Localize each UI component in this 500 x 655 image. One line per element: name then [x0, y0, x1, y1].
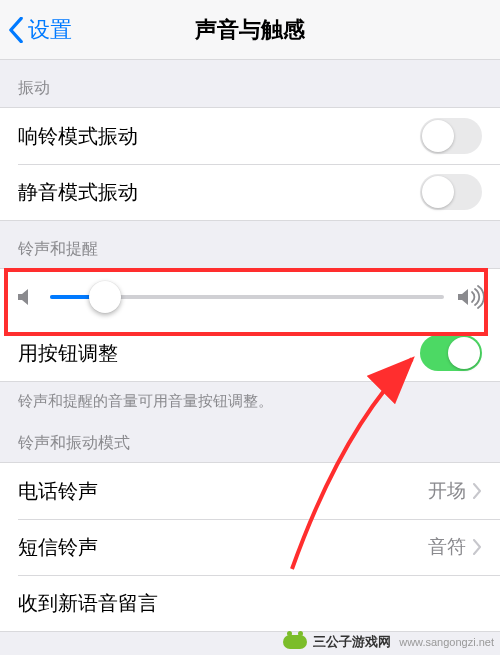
section-header-vibration: 振动	[0, 60, 500, 107]
group-ringer: 用按钮调整	[0, 268, 500, 382]
section-header-ringer: 铃声和提醒	[0, 221, 500, 268]
voicemail-label: 收到新语音留言	[18, 590, 158, 617]
back-button[interactable]: 设置	[8, 15, 72, 45]
silent-vibrate-label: 静音模式振动	[18, 179, 138, 206]
chevron-right-icon	[472, 483, 482, 499]
button-adjust-switch[interactable]	[420, 335, 482, 371]
group-patterns: 电话铃声 开场 短信铃声 音符 收到新语音留言	[0, 462, 500, 632]
silent-vibrate-switch[interactable]	[420, 174, 482, 210]
ring-vibrate-label: 响铃模式振动	[18, 123, 138, 150]
row-button-adjust[interactable]: 用按钮调整	[0, 325, 500, 381]
watermark-logo-icon	[283, 635, 307, 649]
chevron-left-icon	[8, 17, 24, 43]
ringtone-label: 电话铃声	[18, 478, 98, 505]
row-voicemail[interactable]: 收到新语音留言	[0, 575, 500, 631]
speaker-loud-icon	[456, 285, 486, 309]
group-vibration: 响铃模式振动 静音模式振动	[0, 107, 500, 221]
texttone-label: 短信铃声	[18, 534, 98, 561]
chevron-right-icon	[472, 539, 482, 555]
slider-thumb[interactable]	[89, 281, 121, 313]
page-title: 声音与触感	[195, 15, 305, 45]
button-adjust-label: 用按钮调整	[18, 340, 118, 367]
speaker-quiet-icon	[14, 285, 38, 309]
section-header-patterns: 铃声和振动模式	[0, 415, 500, 462]
watermark-name: 三公子游戏网	[313, 633, 391, 651]
watermark: 三公子游戏网 www.sangongzi.net	[283, 633, 494, 651]
row-ringtone[interactable]: 电话铃声 开场	[0, 463, 500, 519]
texttone-value: 音符	[428, 534, 466, 560]
row-texttone[interactable]: 短信铃声 音符	[0, 519, 500, 575]
ringer-volume-slider[interactable]	[50, 295, 444, 299]
back-label: 设置	[28, 15, 72, 45]
navigation-bar: 设置 声音与触感	[0, 0, 500, 60]
row-silent-vibrate[interactable]: 静音模式振动	[0, 164, 500, 220]
row-ringer-volume	[0, 269, 500, 325]
watermark-url: www.sangongzi.net	[399, 636, 494, 648]
row-ring-vibrate[interactable]: 响铃模式振动	[0, 108, 500, 164]
section-footer-ringer: 铃声和提醒的音量可用音量按钮调整。	[0, 382, 500, 415]
ringtone-value: 开场	[428, 478, 466, 504]
ring-vibrate-switch[interactable]	[420, 118, 482, 154]
